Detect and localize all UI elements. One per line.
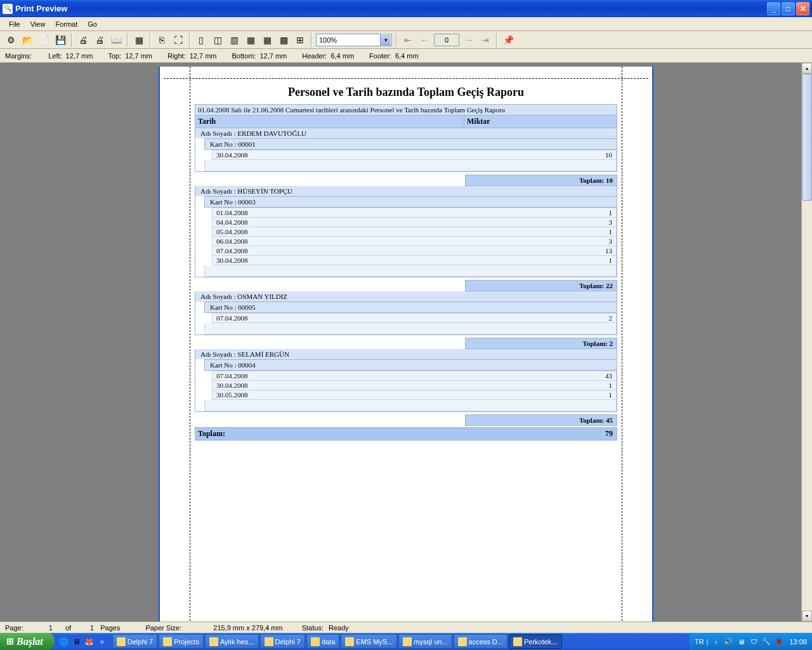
report-title: Personel ve Tarih bazında Toplam Geçiş R…	[195, 67, 617, 104]
row-date: 30.04.2008	[213, 150, 584, 159]
view7-icon[interactable]: ⊞	[293, 33, 307, 47]
paper: Personel ve Tarih bazında Toplam Geçiş R…	[159, 67, 653, 621]
print-dialog-icon[interactable]: 🖨	[93, 33, 107, 47]
menu-view[interactable]: View	[25, 19, 51, 29]
open-icon[interactable]: 📂	[20, 33, 34, 47]
menu-file[interactable]: File	[4, 19, 25, 29]
person-name: Adı Soyadı : ERDEM DAVUTOĞLU	[195, 128, 617, 138]
view4-icon[interactable]: ▦	[244, 33, 258, 47]
taskbar-item-label: access D...	[469, 638, 503, 646]
tray-icon[interactable]: ‹	[710, 637, 721, 647]
app-icon	[403, 637, 412, 646]
first-page-icon[interactable]: ⇤	[401, 33, 415, 47]
person-name: Adı Soyadı : SELAMİ ERGÜN	[195, 349, 617, 359]
title-bar: Print Preview _ □ ✕	[0, 0, 812, 17]
view6-icon[interactable]: ▩	[277, 33, 291, 47]
taskbar-item[interactable]: data	[306, 634, 339, 649]
next-page-icon[interactable]: →	[462, 33, 476, 47]
status-paper-label: Paper Size:	[145, 624, 181, 632]
row-date: 07.04.2008	[213, 246, 584, 255]
status-status-value: Ready	[329, 624, 349, 632]
save-icon[interactable]: 📄	[37, 33, 51, 47]
start-button[interactable]: Başlat	[0, 633, 55, 650]
taskbar-item[interactable]: mysql un...	[398, 634, 452, 649]
status-page-label: Page:	[5, 624, 23, 632]
more-icon[interactable]: »	[96, 636, 108, 647]
status-status-label: Status:	[302, 624, 324, 632]
vertical-scrollbar[interactable]: ▴ ▾	[801, 63, 812, 621]
subtotal-value: Toplam: 22	[465, 280, 617, 291]
minimize-button[interactable]: _	[767, 2, 780, 15]
view5-icon[interactable]: ▦	[260, 33, 274, 47]
taskbar-item-label: Delphi 7	[275, 638, 301, 646]
print-icon[interactable]: 🖨	[76, 33, 90, 47]
row-date: 05.04.2008	[213, 227, 584, 236]
taskbar-item[interactable]: access D...	[454, 634, 508, 649]
page-setup-icon[interactable]: ▦	[132, 33, 146, 47]
row-value: 3	[584, 237, 616, 246]
row-date: 07.04.2008	[213, 371, 584, 380]
taskbar-item-label: EMS MyS...	[356, 638, 393, 646]
firefox-icon[interactable]: 🦊	[84, 636, 95, 647]
scroll-up-icon[interactable]: ▴	[802, 63, 812, 74]
taskbar-item[interactable]: Delphi 7	[260, 634, 305, 649]
ie-icon[interactable]: 🌐	[58, 636, 70, 647]
scroll-down-icon[interactable]: ▾	[802, 611, 812, 621]
book-icon[interactable]: 📖	[109, 33, 123, 47]
header-value: 6,4 mm	[331, 52, 354, 60]
tray-icon[interactable]: 🐞	[774, 637, 784, 647]
row-value: 3	[584, 218, 616, 227]
top-label: Top:	[108, 52, 121, 60]
desktop-icon[interactable]: 🖥	[71, 636, 82, 647]
taskbar-item[interactable]: Perkotek...	[509, 634, 562, 649]
menu-bar: File View Format Go	[0, 17, 812, 31]
page-input[interactable]	[434, 34, 459, 46]
status-paper-value: 215,9 mm x 279,4 mm	[213, 624, 282, 632]
taskbar-item[interactable]: Aylık hes...	[205, 634, 259, 649]
app-icon	[117, 637, 126, 646]
taskbar-item-label: Delphi 7	[128, 638, 153, 646]
status-bar: Page: 1 of 1 Pages Paper Size: 215,9 mm …	[0, 621, 812, 633]
tray-icon[interactable]: 🛡	[749, 637, 759, 647]
close-button[interactable]: ✕	[796, 2, 809, 15]
menu-go[interactable]: Go	[82, 19, 102, 29]
data-row: 30.04.20081	[212, 256, 617, 265]
last-page-icon[interactable]: ⇥	[478, 33, 492, 47]
menu-format[interactable]: Format	[50, 19, 82, 29]
tray-icon[interactable]: 🖥	[736, 637, 746, 647]
prev-page-icon[interactable]: ←	[417, 33, 431, 47]
taskbar-item[interactable]: EMS MyS...	[341, 634, 397, 649]
taskbar-item[interactable]: Projects	[159, 634, 204, 649]
footer-label: Footer:	[369, 52, 391, 60]
margins-label: Margins:	[5, 52, 32, 60]
subtotal-row: Toplam: 10	[195, 175, 617, 186]
row-value: 1	[584, 256, 616, 265]
lang-indicator[interactable]: TR	[695, 638, 704, 646]
fit-icon[interactable]: ⛶	[171, 33, 185, 47]
clock[interactable]: 13:08	[789, 638, 807, 646]
view1-icon[interactable]: ▯	[194, 33, 208, 47]
save-icon[interactable]: 💾	[53, 33, 67, 47]
tray-icon[interactable]: 🔧	[761, 637, 771, 647]
taskbar-item-label: Projects	[174, 638, 199, 646]
maximize-button[interactable]: □	[782, 2, 795, 15]
subtotal-value: Toplam: 45	[465, 415, 617, 426]
exit-icon[interactable]: 📌	[501, 33, 515, 47]
tray-icon[interactable]: 🔊	[723, 637, 733, 647]
view2-icon[interactable]: ◫	[211, 33, 225, 47]
card-no: Kart No : 00005	[204, 302, 617, 313]
subtotal-value: Toplam: 2	[465, 338, 617, 349]
col-tarih: Tarih	[195, 116, 464, 128]
taskbar-item[interactable]: Delphi 7	[112, 634, 157, 649]
row-date: 01.04.2008	[213, 208, 584, 217]
view3-icon[interactable]: ▥	[227, 33, 241, 47]
blank-row	[204, 265, 617, 277]
design-icon[interactable]: ⚙	[4, 33, 18, 47]
shrink-icon[interactable]: ⎘	[155, 33, 169, 47]
report-subtitle: 01.04.2008 Salı ile 21.06.2008 Cumartesi…	[195, 104, 617, 116]
person-group: Adı Soyadı : ERDEM DAVUTOĞLUKart No : 00…	[195, 128, 617, 172]
data-row: 30.04.200810	[212, 150, 617, 160]
zoom-combo[interactable]	[316, 34, 392, 46]
scroll-thumb[interactable]	[802, 74, 812, 201]
zoom-input[interactable]	[316, 34, 392, 46]
